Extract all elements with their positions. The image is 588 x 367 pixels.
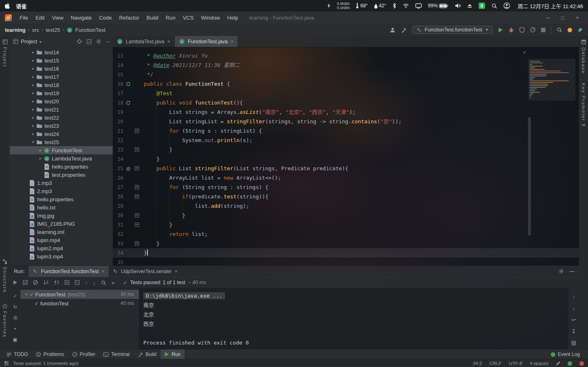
code-line-26[interactable]: 26 ArrayList list = new ArrayList<>(); bbox=[113, 173, 579, 182]
tree-item-functiontest[interactable]: ▸CFunctionTest bbox=[10, 146, 113, 154]
tool-button-project[interactable]: Project bbox=[2, 39, 8, 67]
apple-menu-icon[interactable] bbox=[5, 2, 10, 9]
tree-item-hello.properties[interactable]: hello.properties bbox=[10, 195, 113, 203]
editor-tab-functiontest.java[interactable]: CFunctionTest.java× bbox=[175, 36, 238, 47]
tool-build-button[interactable]: Build bbox=[134, 349, 161, 359]
tool-button-key-promoter[interactable]: Key Promoter X bbox=[581, 83, 586, 127]
tree-item-test14[interactable]: ▸test14 bbox=[10, 48, 113, 56]
tool-button-structure[interactable]: Structure bbox=[2, 259, 8, 293]
close-tab-icon[interactable]: × bbox=[174, 268, 178, 274]
stop-button[interactable] bbox=[541, 28, 546, 32]
panel-settings-gear-icon[interactable] bbox=[96, 39, 101, 44]
code-line-18[interactable]: 18 public void functionTest(){ bbox=[113, 98, 579, 107]
hide-run-panel-button[interactable]: ─ bbox=[570, 268, 574, 275]
maximize-button[interactable]: □ bbox=[555, 15, 570, 21]
menu-file[interactable]: File bbox=[16, 15, 32, 21]
tree-item-lupin.mp4[interactable]: lupin.mp4 bbox=[10, 236, 113, 244]
menu-build[interactable]: Build bbox=[143, 15, 162, 21]
hide-passed-button[interactable]: ✓ bbox=[13, 293, 17, 299]
print-button[interactable]: ▤ bbox=[571, 340, 576, 346]
tree-item-2.mp3[interactable]: ♪2.mp3 bbox=[10, 187, 113, 195]
collapse-all-button[interactable] bbox=[87, 39, 91, 44]
tool-windows-toggle-icon[interactable] bbox=[4, 361, 9, 366]
network-speed-indicator[interactable]: 0.0KB/s 0.1KB/s bbox=[337, 2, 350, 10]
readonly-toggle-icon[interactable] bbox=[556, 361, 560, 366]
chevron-right-icon[interactable]: ▸ bbox=[30, 83, 36, 87]
locate-file-button[interactable] bbox=[77, 39, 82, 44]
fold-marker[interactable] bbox=[133, 213, 140, 218]
tool-button-favorites[interactable]: Favorites bbox=[2, 303, 8, 338]
chevron-right-icon[interactable]: ▸ bbox=[30, 58, 36, 62]
code-line-22[interactable]: 22 System.out.println(s); bbox=[113, 136, 579, 145]
humidity-indicator[interactable]: 42° bbox=[374, 3, 386, 9]
tree-item-1.mp3[interactable]: ♪1.mp3 bbox=[10, 179, 113, 187]
encoding-indicator[interactable]: UTF-8 bbox=[509, 361, 522, 366]
chevron-right-icon[interactable]: ▸ bbox=[30, 99, 36, 103]
menu-view[interactable]: View bbox=[48, 15, 67, 21]
tool-problems-button[interactable]: Problems bbox=[32, 349, 68, 359]
code-line-27[interactable]: 27 for (String string : strings) { bbox=[113, 182, 579, 192]
code-line-24[interactable]: 24 } bbox=[113, 154, 579, 164]
code-line-15[interactable]: 15 */ bbox=[113, 70, 579, 79]
run-config-select[interactable]: FunctionTest.functionTest ▼ bbox=[412, 26, 493, 34]
code-line-33[interactable]: 33 } bbox=[113, 239, 579, 248]
code-line-28[interactable]: 28 if(predicate.test(string)){ bbox=[113, 192, 579, 201]
profiler-button[interactable] bbox=[530, 27, 536, 33]
event-log-button[interactable]: Event Log bbox=[551, 351, 580, 357]
update-indicator[interactable] bbox=[568, 28, 572, 32]
menu-help[interactable]: Help bbox=[224, 15, 242, 21]
run-settings-gear-icon[interactable] bbox=[559, 269, 564, 274]
menubar-clock[interactable]: 周二 12月7日 上午 11:42:46 bbox=[518, 2, 583, 10]
code-line-16[interactable]: 16public class FunctionTest { bbox=[113, 79, 579, 89]
run-button[interactable] bbox=[498, 27, 503, 33]
tree-item-lupin3.mp4[interactable]: lupin3.mp4 bbox=[10, 252, 113, 260]
minimize-button[interactable]: ─ bbox=[541, 15, 555, 21]
tree-item-test17[interactable]: ▸test17 bbox=[10, 73, 113, 81]
breadcrumb-item-learning[interactable]: learning bbox=[5, 27, 26, 33]
inspections-ok-icon[interactable]: ✓ bbox=[523, 49, 527, 55]
chevron-right-icon[interactable]: ▸ bbox=[30, 91, 36, 95]
volume-icon[interactable] bbox=[455, 3, 461, 8]
tree-item-test23[interactable]: ▸test23 bbox=[10, 122, 113, 130]
code-line-17[interactable]: 17 @Test bbox=[113, 89, 579, 98]
menu-window[interactable]: Window bbox=[197, 15, 223, 21]
close-tab-icon[interactable]: × bbox=[230, 38, 234, 44]
bluetooth-icon[interactable] bbox=[392, 3, 396, 9]
rerun-button[interactable] bbox=[13, 280, 18, 285]
code-line-25[interactable]: 25@ public List stringFilter(List string… bbox=[113, 164, 579, 173]
hide-panel-button[interactable]: ─ bbox=[106, 39, 109, 44]
fold-marker[interactable] bbox=[133, 241, 140, 246]
fold-marker[interactable] bbox=[133, 166, 140, 171]
code-line-19[interactable]: 19 List strings = Arrays.asList("南京", "北… bbox=[113, 107, 579, 117]
menu-run[interactable]: Run bbox=[162, 15, 179, 21]
eject-icon[interactable] bbox=[467, 3, 472, 8]
tree-item-test16[interactable]: ▸test16 bbox=[10, 65, 113, 73]
fold-marker[interactable] bbox=[133, 222, 140, 227]
user-switch-icon[interactable] bbox=[503, 2, 510, 9]
tool-run-button[interactable]: Run bbox=[160, 349, 185, 359]
chevron-right-icon[interactable]: ▸ bbox=[38, 148, 43, 152]
status-message[interactable]: Tests passed: 1 (moments ago) bbox=[13, 361, 78, 366]
screenshot-button[interactable]: ▣ bbox=[13, 337, 17, 343]
scroll-up-button[interactable]: ↑ bbox=[572, 294, 575, 300]
chevron-right-icon[interactable]: ▸ bbox=[30, 75, 36, 79]
editor-scrollbar[interactable] bbox=[528, 117, 531, 236]
coverage-button[interactable] bbox=[519, 27, 525, 33]
more-button[interactable]: » bbox=[111, 280, 114, 286]
search-everywhere-icon[interactable] bbox=[557, 27, 562, 33]
editor-tab-lambdatest.java[interactable]: CLambdaTest.java× bbox=[113, 36, 175, 47]
breadcrumb-item-test25[interactable]: test25 bbox=[46, 27, 60, 33]
line-ending-indicator[interactable]: CRLF bbox=[489, 361, 501, 366]
wifi-icon[interactable] bbox=[403, 3, 409, 8]
tool-todo-button[interactable]: TODO bbox=[2, 349, 32, 359]
code-line-21[interactable]: 21 for (String s : stringList) { bbox=[113, 126, 579, 136]
notifications-icon[interactable] bbox=[579, 361, 584, 366]
project-panel-title[interactable]: Project ▼ bbox=[21, 38, 42, 44]
close-tab-icon[interactable]: × bbox=[101, 268, 105, 274]
tool-button-database[interactable]: Database bbox=[581, 39, 586, 74]
soft-wrap-button[interactable]: ↩ bbox=[572, 317, 576, 323]
code-line-30[interactable]: 30 } bbox=[113, 211, 579, 220]
tree-item-test19[interactable]: ▸test19 bbox=[10, 89, 113, 97]
expand-all-button[interactable] bbox=[65, 280, 69, 285]
chevron-right-icon[interactable]: ▸ bbox=[30, 50, 36, 54]
